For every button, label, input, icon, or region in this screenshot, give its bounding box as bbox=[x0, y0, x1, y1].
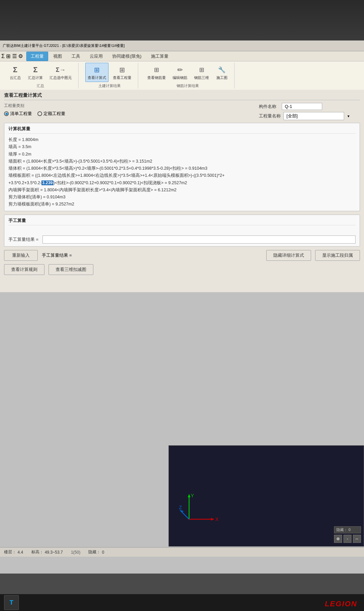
reinput-button[interactable]: 重新输入 bbox=[4, 250, 38, 261]
title-bar: 广联达BIM土建计量平台 GTJ2021 - [E:\亲爱滨\亲爱旋算量\1#楼… bbox=[0, 40, 364, 51]
calc-line-1: 长度 = 1.8004m bbox=[8, 136, 356, 143]
calc-section-title: 计算机算量 bbox=[8, 126, 356, 134]
viewport-3d: Y X Z 隐藏： 0 ⊕ - ↔ bbox=[169, 445, 364, 547]
screen-area: 广联达BIM土建计量平台 GTJ2021 - [E:\亲爱滨\亲爱旋算量\1#楼… bbox=[0, 40, 364, 574]
project-type-row: 工程量类别 bbox=[4, 103, 252, 109]
radio-group: 清单工程量 定额工程量 bbox=[4, 111, 252, 117]
calc-line-7: +3.5*0.2+3.5*0.2-3.239)<扣柱>-(0.9002*0.12… bbox=[8, 179, 356, 187]
calc-line-10: 剪力墙模板面积(清单) = 9.2527m2 bbox=[8, 201, 356, 208]
radio-dinge[interactable]: 定额工程量 bbox=[37, 111, 65, 117]
ribbon-group-summary-label: 汇总 bbox=[37, 83, 44, 88]
axis-svg: Y X Z bbox=[179, 492, 219, 526]
calc-line-6: 墙模板面积 = ((1.8004<左边线长度>+1.8004<右边线长度>)*3… bbox=[8, 172, 356, 179]
view-steel-icon: ⊞ bbox=[151, 64, 162, 75]
tab-collab[interactable]: 协同建模(限免) bbox=[108, 52, 146, 61]
calc-section: 计算机算量 长度 = 1.8004m 墙高 = 3.5m 墙厚 = 0.2m 墙… bbox=[4, 123, 360, 211]
svg-text:Y: Y bbox=[191, 493, 194, 498]
ribbon-group-steel: ⊞ 查看钢筋量 ✏ 编辑钢筋 ⊞ 钢筋三维 🔧 施工图 钢筋计算结果 bbox=[141, 63, 235, 88]
btn-view-calc[interactable]: ⊞ 查看计算式 bbox=[85, 63, 109, 82]
component-name-row: 构件名称 Q-1 bbox=[259, 103, 360, 110]
elevation-value: 49.3~53.7 bbox=[45, 550, 63, 555]
btn-construction-drawing[interactable]: 🔧 施工图 bbox=[213, 63, 230, 82]
floor-value: 4.4 bbox=[18, 550, 23, 555]
manual-row: 手工算量结果 = bbox=[8, 235, 356, 244]
main-content: 查看工程量计算式 工程量类别 清单工程量 定额工程量 bbox=[0, 90, 364, 292]
viewport-controls: 隐藏： 0 ⊕ - ↔ bbox=[334, 526, 361, 543]
calc-line-4: 墙面积 = (1.8004<长度>*3.5<墙高>)-(3.5*0.5001+3… bbox=[8, 158, 356, 165]
show-stage-button[interactable]: 显示施工段归属 bbox=[315, 250, 360, 261]
measure-name-dropdown[interactable]: [全部] bbox=[283, 112, 344, 120]
cloud-summary-icon: Σ bbox=[10, 64, 21, 75]
statusbar-page: 1(50) bbox=[71, 550, 80, 555]
tab-construction[interactable]: 施工算量 bbox=[147, 52, 173, 61]
viewport-hide-label: 隐藏： bbox=[336, 528, 347, 532]
tab-engineering[interactable]: 工程量 bbox=[26, 52, 48, 61]
form-left: 工程量类别 清单工程量 定额工程量 bbox=[4, 103, 252, 117]
statusbar: 楼层： 4.4 标高： 49.3~53.7 1(50) 隐藏： 0 bbox=[0, 547, 364, 557]
view-calc-icon: ⊞ bbox=[92, 64, 102, 75]
ribbon-tabs: Σ ⊞ ☰ ⚙ 工程量 视图 工具 云应用 协同建模(限免) 施工算量 bbox=[0, 51, 364, 61]
viewport-zoom-btn[interactable]: ⊕ bbox=[334, 535, 342, 543]
app-title: 广联达BIM土建计量平台 GTJ2021 - [E:\亲爱滨\亲爱旋算量\1#楼… bbox=[3, 43, 125, 48]
statusbar-floor: 楼层： 4.4 bbox=[4, 549, 23, 555]
calc-line-9: 剪力墙体积(清单) = 0.9104m3 bbox=[8, 194, 356, 201]
calc-line-8: 内墙脚手架面积 = 1.8004<内墙脚手架面积长度>*3.4<内墙脚手架面积高… bbox=[8, 187, 356, 194]
svg-marker-4 bbox=[211, 518, 214, 521]
steel-3d-icon: ⊞ bbox=[196, 64, 207, 75]
calc-line-5: 墙体积 = (1.8004<长度>*3.5<墙高>)*0.2<墙厚>-(0.50… bbox=[8, 165, 356, 172]
ribbon-group-summary: Σ 云汇总 Σ 汇总计算 Σ→ 汇总选中图元 汇总 bbox=[3, 63, 79, 88]
bottom-taskbar: T LEGION bbox=[0, 594, 364, 611]
manual-input-field[interactable] bbox=[42, 235, 356, 244]
svg-marker-1 bbox=[188, 494, 190, 497]
ribbon-group-steel-label: 钢筋计算结果 bbox=[177, 83, 199, 88]
form-right: 构件名称 Q-1 工程量名称 [全部] ▼ bbox=[259, 103, 360, 120]
btn-edit-steel[interactable]: ✏ 编辑钢筋 bbox=[170, 63, 190, 82]
buttons-row-2: 查看计算规则 查看三维扣减图 bbox=[4, 264, 360, 275]
component-name-label: 构件名称 bbox=[259, 104, 279, 110]
tab-tools[interactable]: 工具 bbox=[67, 52, 85, 61]
viewport-content: Y X Z 隐藏： 0 ⊕ - ↔ bbox=[169, 446, 364, 546]
ribbon-group-civil: ⊞ 查看计算式 ⊞ 查看工程量 土建计算结果 bbox=[81, 63, 138, 88]
buttons-row-1: 重新输入 手工算量结果 = 隐藏详细计算式 显示施工段归属 bbox=[4, 250, 360, 261]
btn-view-steel[interactable]: ⊞ 查看钢筋量 bbox=[145, 63, 168, 82]
view-rules-button[interactable]: 查看计算规则 bbox=[4, 264, 44, 275]
btn-summary-selected[interactable]: Σ→ 汇总选中图元 bbox=[47, 63, 74, 82]
hide-details-button[interactable]: 隐藏详细计算式 bbox=[266, 250, 311, 261]
ribbon-icons: Σ 云汇总 Σ 汇总计算 Σ→ 汇总选中图元 汇总 ⊞ 查看计算式 bbox=[0, 61, 364, 90]
btn-view-quantity[interactable]: ⊞ 查看工程量 bbox=[111, 63, 134, 82]
svg-text:X: X bbox=[215, 517, 219, 522]
calc-line-2: 墙高 = 3.5m bbox=[8, 143, 356, 150]
viewport-fit-btn[interactable]: ↔ bbox=[353, 535, 361, 543]
taskbar-app-btn[interactable]: T bbox=[4, 595, 19, 610]
tab-view[interactable]: 视图 bbox=[49, 52, 66, 61]
btn-steel-3d[interactable]: ⊞ 钢筋三维 bbox=[192, 63, 211, 82]
measure-dropdown-arrow: ▼ bbox=[347, 114, 350, 118]
project-type-label: 工程量类别 bbox=[4, 103, 24, 109]
manual-result-label: 手工算量结果 = bbox=[8, 237, 38, 243]
viewport-control-hide[interactable]: 隐藏： 0 bbox=[334, 526, 361, 533]
btn-calc-summary[interactable]: Σ 汇总计算 bbox=[26, 63, 45, 82]
hidden-value: 0 bbox=[102, 550, 104, 555]
measure-name-row: 工程量名称 [全部] ▼ bbox=[259, 112, 360, 120]
viewport-hide-value: 0 bbox=[348, 528, 351, 532]
ribbon-group-steel-icons: ⊞ 查看钢筋量 ✏ 编辑钢筋 ⊞ 钢筋三维 🔧 施工图 bbox=[145, 63, 230, 82]
viewport-tool-buttons: ⊕ - ↔ bbox=[334, 535, 361, 543]
svg-text:Z: Z bbox=[179, 505, 182, 510]
viewport-pan-btn[interactable]: - bbox=[343, 535, 352, 543]
radio-qingdan[interactable]: 清单工程量 bbox=[4, 111, 32, 117]
calc-line-3: 墙厚 = 0.2m bbox=[8, 151, 356, 158]
laptop-bezel-top bbox=[0, 0, 364, 40]
ribbon-group-civil-label: 土建计算结果 bbox=[98, 83, 121, 88]
tab-cloud[interactable]: 云应用 bbox=[85, 52, 107, 61]
manual-section: 手工算量 手工算量结果 = bbox=[4, 215, 360, 247]
view-3d-button[interactable]: 查看三维扣减图 bbox=[49, 264, 93, 275]
radio-dinge-dot bbox=[37, 111, 42, 116]
btn-cloud-summary[interactable]: Σ 云汇总 bbox=[7, 63, 24, 82]
form-header: 工程量类别 清单工程量 定额工程量 构件名称 Q-1 bbox=[4, 103, 360, 120]
taskbar-app-icon: T bbox=[10, 599, 13, 606]
ribbon-group-summary-icons: Σ 云汇总 Σ 汇总计算 Σ→ 汇总选中图元 bbox=[7, 63, 74, 82]
edit-steel-icon: ✏ bbox=[175, 64, 185, 75]
calc-summary-icon: Σ bbox=[30, 64, 41, 75]
construction-drawing-icon: 🔧 bbox=[216, 64, 227, 75]
summary-selected-icon: Σ→ bbox=[55, 64, 66, 75]
